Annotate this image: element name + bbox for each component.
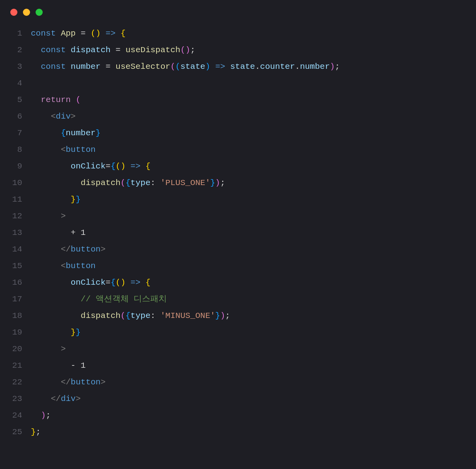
code-line[interactable]: dispatch({type: 'MINUS_ONE'}); [31, 308, 476, 324]
token-tag: < [51, 112, 56, 121]
token-txt: - 1 [71, 361, 86, 370]
code-line[interactable]: // 액션객체 디스패치 [31, 291, 476, 308]
token-brace3: } [96, 129, 101, 138]
token-op [31, 311, 81, 320]
token-op [31, 45, 41, 55]
line-number: 14 [0, 241, 22, 258]
code-line[interactable]: onClick={() => { [31, 274, 476, 291]
code-line[interactable] [31, 75, 476, 92]
token-brace: ) [96, 29, 101, 38]
code-line[interactable]: </div> [31, 391, 476, 407]
code-line[interactable]: <button [31, 258, 476, 274]
token-op: ; [36, 427, 41, 437]
token-op [31, 278, 71, 287]
code-line[interactable]: }} [31, 324, 476, 341]
code-line[interactable]: dispatch({type: 'PLUS_ONE'}); [31, 175, 476, 191]
token-op [125, 162, 130, 171]
window-titlebar [0, 0, 476, 19]
code-line[interactable]: > [31, 341, 476, 357]
token-brace3: } [215, 311, 220, 320]
line-number: 2 [0, 42, 22, 59]
token-brace2: ) [220, 311, 225, 320]
code-line[interactable]: ); [31, 407, 476, 424]
token-fn: App [61, 29, 76, 38]
code-line[interactable]: }} [31, 191, 476, 208]
token-txt: + 1 [71, 228, 86, 237]
line-number: 7 [0, 125, 22, 142]
token-op [31, 162, 71, 171]
token-brace2: ( [121, 178, 126, 187]
code-line[interactable]: const number = useSelector((state) => st… [31, 59, 476, 75]
code-line[interactable]: const dispatch = useDispatch(); [31, 42, 476, 59]
token-brace2: ) [330, 62, 335, 71]
token-tagname: div [61, 394, 76, 403]
line-number: 17 [0, 291, 22, 308]
token-attr: onClick [71, 278, 106, 287]
token-op [31, 228, 71, 237]
token-tag: > [100, 245, 106, 254]
token-brace2: ) [41, 411, 46, 420]
token-var: type [130, 311, 150, 320]
token-op [140, 278, 145, 287]
code-line[interactable]: {number} [31, 125, 476, 142]
token-op [86, 29, 91, 38]
code-line[interactable]: <button [31, 142, 476, 158]
token-brace3: { [61, 129, 66, 138]
token-brace: } [31, 427, 36, 437]
line-number: 11 [0, 191, 22, 208]
token-op [121, 45, 126, 55]
token-brace: } [71, 195, 76, 204]
code-line[interactable]: </button> [31, 374, 476, 391]
token-op: ; [335, 62, 340, 71]
code-line[interactable]: </button> [31, 241, 476, 258]
code-line[interactable]: const App = () => { [31, 25, 476, 42]
close-icon[interactable] [10, 9, 17, 16]
token-fn: dispatch [81, 311, 121, 320]
token-tagname: button [66, 261, 96, 270]
code-line[interactable]: <div> [31, 108, 476, 125]
token-tag: </ [61, 245, 71, 254]
token-op [31, 261, 61, 270]
token-op [71, 95, 76, 104]
token-op: ; [46, 411, 51, 420]
token-tagname: button [66, 145, 96, 154]
token-var: state [230, 62, 255, 71]
code-line[interactable]: }; [31, 424, 476, 441]
line-number: 12 [0, 208, 22, 225]
token-brace3: { [125, 311, 130, 320]
token-op: . [255, 62, 260, 71]
token-op [31, 129, 61, 138]
line-number: 15 [0, 258, 22, 274]
minimize-icon[interactable] [23, 9, 30, 16]
token-op [31, 344, 61, 354]
line-number: 5 [0, 92, 22, 108]
line-number: 16 [0, 274, 22, 291]
token-op [140, 162, 145, 171]
token-op [155, 311, 161, 320]
token-ret: return [41, 95, 71, 104]
code-line[interactable]: > [31, 208, 476, 225]
line-number: 1 [0, 25, 22, 42]
line-number: 23 [0, 391, 22, 407]
code-line[interactable]: return ( [31, 92, 476, 108]
token-fn: dispatch [81, 178, 121, 187]
token-var: number [71, 62, 101, 71]
token-op [31, 295, 81, 304]
token-var: counter [260, 62, 295, 71]
token-arrow: => [130, 162, 140, 171]
code-line[interactable]: onClick={() => { [31, 158, 476, 175]
token-op [31, 394, 51, 403]
token-op: : [151, 178, 156, 187]
token-op: ; [220, 178, 225, 187]
token-op [100, 29, 106, 38]
token-tag: > [100, 378, 106, 387]
token-brace3: ( [176, 62, 181, 71]
line-number: 22 [0, 374, 22, 391]
token-op [115, 29, 121, 38]
maximize-icon[interactable] [36, 9, 43, 16]
code-content[interactable]: const App = () => { const dispatch = use… [31, 25, 476, 441]
code-editor[interactable]: 1234567891011121314151617181920212223242… [0, 19, 476, 441]
code-line[interactable]: + 1 [31, 225, 476, 241]
token-op [31, 112, 51, 121]
code-line[interactable]: - 1 [31, 357, 476, 374]
